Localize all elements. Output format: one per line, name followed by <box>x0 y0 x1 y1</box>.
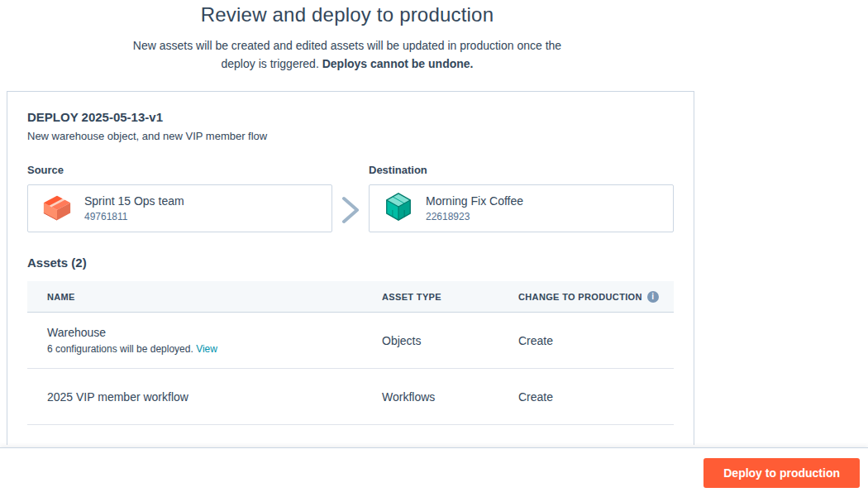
asset-type-cell: Workflows <box>362 380 498 413</box>
source-destination-row: Source Sprint 15 Ops team <box>27 164 674 234</box>
deploy-to-production-button[interactable]: Deploy to production <box>703 458 860 488</box>
assets-heading: Assets (2) <box>27 256 674 270</box>
deploy-summary-card: DEPLOY 2025-05-13-v1 New warehouse objec… <box>7 91 694 445</box>
source-account-id: 49761811 <box>84 211 184 222</box>
change-cell: Create <box>498 324 674 357</box>
destination-label: Destination <box>369 164 674 176</box>
deploy-description: New warehouse object, and new VIP member… <box>27 130 674 142</box>
destination-account-info: Morning Fix Coffee 22618923 <box>426 194 523 222</box>
asset-name: Warehouse <box>47 326 342 339</box>
asset-name: 2025 VIP member workflow <box>47 390 342 404</box>
destination-account-id: 22618923 <box>426 211 523 222</box>
asset-detail: 6 configurations will be deployed. View <box>47 343 342 355</box>
table-row: 2025 VIP member workflow Workflows Creat… <box>27 369 674 425</box>
assets-table: NAME ASSET TYPE CHANGE TO PRODUCTION War… <box>27 281 674 425</box>
source-label: Source <box>27 164 332 176</box>
source-account-box: Sprint 15 Ops team 49761811 <box>27 184 332 232</box>
view-configurations-link[interactable]: View <box>196 343 217 355</box>
review-page: Review and deploy to production New asse… <box>0 0 694 445</box>
subtitle-warning: Deploys cannot be undone. <box>322 57 474 70</box>
source-column: Source Sprint 15 Ops team <box>27 164 332 232</box>
info-icon[interactable] <box>647 291 659 303</box>
source-account-info: Sprint 15 Ops team 49761811 <box>84 194 184 222</box>
assets-table-header: NAME ASSET TYPE CHANGE TO PRODUCTION <box>27 281 674 313</box>
asset-type-cell: Objects <box>362 324 498 357</box>
asset-name-cell: 2025 VIP member workflow <box>27 380 362 413</box>
table-row: Warehouse 6 configurations will be deplo… <box>27 313 674 369</box>
column-header-change: CHANGE TO PRODUCTION <box>498 291 679 303</box>
page-subtitle: New assets will be created and edited as… <box>124 36 570 73</box>
page-title: Review and deploy to production <box>0 3 694 26</box>
column-header-asset-type: ASSET TYPE <box>362 292 498 302</box>
arrow-right-icon <box>332 186 369 234</box>
asset-name-cell: Warehouse 6 configurations will be deplo… <box>27 316 362 365</box>
production-portal-icon <box>383 191 414 226</box>
column-header-name: NAME <box>27 292 362 302</box>
destination-account-box: Morning Fix Coffee 22618923 <box>369 184 674 232</box>
source-account-name: Sprint 15 Ops team <box>84 194 184 208</box>
sandbox-icon <box>41 191 73 226</box>
deploy-name: DEPLOY 2025-05-13-v1 <box>27 110 674 124</box>
destination-account-name: Morning Fix Coffee <box>426 194 523 208</box>
action-footer: Deploy to production <box>0 447 868 497</box>
change-cell: Create <box>498 380 674 413</box>
destination-column: Destination <box>369 164 674 232</box>
